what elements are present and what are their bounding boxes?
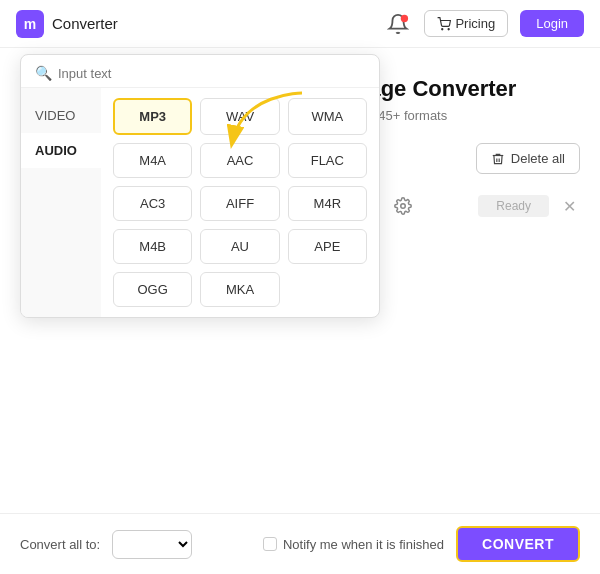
header-left: m Converter <box>16 10 118 38</box>
format-grid: MP3 WAV WMA M4A AAC FLAC AC3 AIFF M4R M4… <box>101 88 379 317</box>
close-file-button[interactable]: ✕ <box>559 197 580 216</box>
format-search-area: 🔍 <box>21 55 379 88</box>
category-audio[interactable]: AUDIO <box>21 133 101 168</box>
header-right: Pricing Login <box>384 10 584 38</box>
category-video[interactable]: VIDEO <box>21 98 101 133</box>
format-wav[interactable]: WAV <box>200 98 279 135</box>
notify-checkbox[interactable] <box>263 537 277 551</box>
login-button[interactable]: Login <box>520 10 584 37</box>
format-flac[interactable]: FLAC <box>288 143 367 178</box>
format-mp3[interactable]: MP3 <box>113 98 192 135</box>
format-panel: 🔍 VIDEO AUDIO MP3 WAV WMA M4A AAC FLAC A… <box>20 54 380 318</box>
format-m4b[interactable]: M4B <box>113 229 192 264</box>
format-ac3[interactable]: AC3 <box>113 186 192 221</box>
convert-all-select[interactable] <box>112 530 192 559</box>
bell-icon[interactable] <box>384 10 412 38</box>
panel-body: VIDEO AUDIO MP3 WAV WMA M4A AAC FLAC AC3… <box>21 88 379 317</box>
search-icon: 🔍 <box>35 65 52 81</box>
format-ape[interactable]: APE <box>288 229 367 264</box>
svg-point-1 <box>442 28 443 29</box>
format-wma[interactable]: WMA <box>288 98 367 135</box>
format-ogg[interactable]: OGG <box>113 272 192 307</box>
convert-all-label: Convert all to: <box>20 537 100 552</box>
settings-button[interactable] <box>389 192 417 220</box>
convert-button[interactable]: CONVERT <box>456 526 580 562</box>
status-badge: Ready <box>478 195 549 217</box>
format-mka[interactable]: MKA <box>200 272 279 307</box>
format-m4r[interactable]: M4R <box>288 186 367 221</box>
format-m4a[interactable]: M4A <box>113 143 192 178</box>
delete-all-button[interactable]: Delete all <box>476 143 580 174</box>
category-list: VIDEO AUDIO <box>21 88 101 317</box>
pricing-button[interactable]: Pricing <box>424 10 508 37</box>
format-au[interactable]: AU <box>200 229 279 264</box>
notify-label: Notify me when it is finished <box>263 537 444 552</box>
format-aiff[interactable]: AIFF <box>200 186 279 221</box>
header: m Converter Pricing Login <box>0 0 600 48</box>
svg-point-2 <box>449 28 450 29</box>
svg-point-0 <box>401 14 408 21</box>
app-title: Converter <box>52 15 118 32</box>
bottom-bar: Convert all to: Notify me when it is fin… <box>0 513 600 574</box>
format-search-input[interactable] <box>58 66 365 81</box>
format-aac[interactable]: AAC <box>200 143 279 178</box>
svg-point-3 <box>401 204 406 209</box>
logo-icon: m <box>16 10 44 38</box>
